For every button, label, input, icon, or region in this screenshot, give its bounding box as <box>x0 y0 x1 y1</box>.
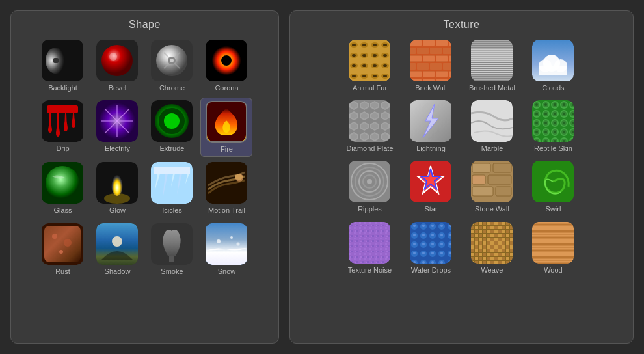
shape-item-electrify[interactable]: Electrify <box>91 98 143 157</box>
svg-point-14 <box>221 55 232 66</box>
svg-rect-59 <box>349 40 390 81</box>
svg-rect-78 <box>539 66 567 75</box>
icicles-icon <box>151 162 193 204</box>
reptileskin-icon <box>532 100 574 142</box>
diamondplate-label: Diamond Plate <box>346 144 393 153</box>
texture-item-weave[interactable]: Weave <box>463 219 521 277</box>
shape-grid: Backlight Bevel Chrome <box>36 37 252 279</box>
rust-icon <box>42 223 83 265</box>
svg-rect-49 <box>169 256 174 262</box>
texturenoise-label: Texture Noise <box>348 266 392 275</box>
motiontrail-icon <box>206 162 247 204</box>
glow-label: Glow <box>109 206 126 215</box>
brushedmetal-icon <box>471 40 513 81</box>
shape-item-rust[interactable]: Rust <box>36 221 88 279</box>
svg-rect-105 <box>472 187 493 196</box>
texture-panel: Texture Animal Fur <box>289 10 634 344</box>
shape-item-icicles[interactable]: Icicles <box>146 159 198 217</box>
ripples-icon <box>349 161 390 202</box>
svg-rect-41 <box>44 226 81 262</box>
texture-item-diamondplate[interactable]: Diamond Plate <box>340 98 399 156</box>
main-container: Shape Backlight Bevel Chr <box>0 0 644 354</box>
texture-item-stonewall[interactable]: Stone Wall <box>463 158 521 216</box>
clouds-label: Clouds <box>542 84 564 92</box>
rust-label: Rust <box>55 267 70 276</box>
texture-item-lightning[interactable]: Lightning <box>401 98 460 156</box>
svg-rect-131 <box>532 222 574 264</box>
brushedmetal-label: Brushed Metal <box>469 84 515 92</box>
texture-item-wood[interactable]: Wood <box>524 219 582 277</box>
shape-item-extrude[interactable]: Extrude <box>146 98 198 157</box>
wood-icon <box>532 222 574 264</box>
shape-item-bevel[interactable]: Bevel <box>91 37 143 95</box>
snow-icon <box>206 223 247 265</box>
shadow-icon <box>96 223 138 265</box>
shape-panel-title: Shape <box>129 19 161 31</box>
shape-item-glass[interactable]: Glass <box>36 159 88 217</box>
shape-item-smoke[interactable]: Smoke <box>146 221 198 279</box>
texture-item-star[interactable]: Star <box>401 158 460 216</box>
brickwall-label: Brick Wall <box>415 84 446 92</box>
svg-rect-104 <box>488 175 511 184</box>
shape-item-motiontrail[interactable]: Motion Trail <box>200 159 252 217</box>
shape-item-snow[interactable]: Snow <box>200 221 252 279</box>
shape-item-glow[interactable]: Glow <box>91 159 143 217</box>
shape-item-backlight[interactable]: Backlight <box>36 37 88 95</box>
stonewall-icon <box>471 161 513 202</box>
extrude-label: Extrude <box>160 144 185 153</box>
svg-point-96 <box>367 179 372 184</box>
chrome-icon <box>151 40 193 81</box>
shape-item-shadow[interactable]: Shadow <box>91 221 143 279</box>
texture-item-marble[interactable]: Marble <box>463 98 521 156</box>
chrome-label: Chrome <box>159 84 185 92</box>
diamondplate-icon <box>349 100 390 142</box>
glass-icon <box>42 162 83 204</box>
fire-label: Fire <box>221 145 233 154</box>
shape-item-corona[interactable]: Corona <box>200 37 252 95</box>
clouds-icon <box>532 40 574 81</box>
smoke-label: Smoke <box>161 267 183 276</box>
swirl-label: Swirl <box>546 205 561 213</box>
texture-item-brushedmetal[interactable]: Brushed Metal <box>463 37 521 95</box>
shape-item-chrome[interactable]: Chrome <box>146 37 198 95</box>
smoke-icon <box>151 223 193 265</box>
swirl-icon <box>532 161 574 202</box>
shape-item-drip[interactable]: Drip <box>36 98 88 157</box>
svg-point-43 <box>64 239 72 247</box>
texture-item-ripples[interactable]: Ripples <box>340 158 399 216</box>
svg-rect-125 <box>471 222 513 264</box>
texture-item-swirl[interactable]: Swirl <box>524 158 582 216</box>
drip-label: Drip <box>56 144 69 153</box>
texture-item-clouds[interactable]: Clouds <box>524 37 582 95</box>
shape-item-fire[interactable]: Fire <box>200 98 252 157</box>
shape-panel: Shape Backlight Bevel Chr <box>10 10 279 344</box>
texture-item-reptileskin[interactable]: Reptile Skin <box>524 98 582 156</box>
svg-rect-106 <box>496 187 511 196</box>
texturenoise-icon <box>349 222 390 264</box>
shadow-label: Shadow <box>105 267 131 276</box>
svg-rect-73 <box>471 40 513 81</box>
star-icon <box>410 161 451 202</box>
waterdrops-icon <box>410 222 451 264</box>
texture-item-brickwall[interactable]: Brick Wall <box>401 37 460 95</box>
svg-rect-101 <box>472 163 490 172</box>
bevel-label: Bevel <box>109 84 127 92</box>
svg-rect-2 <box>53 58 59 63</box>
waterdrops-label: Water Drops <box>411 266 451 275</box>
glass-label: Glass <box>53 206 72 215</box>
svg-rect-113 <box>349 222 390 264</box>
svg-point-28 <box>46 166 79 200</box>
electrify-icon <box>96 100 138 142</box>
texture-item-animalfur[interactable]: Animal Fur <box>340 37 399 95</box>
texture-panel-title: Texture <box>443 19 479 31</box>
glow-icon <box>96 162 138 204</box>
texture-item-texturenoise[interactable]: Texture Noise <box>340 219 399 277</box>
fire-icon <box>206 101 247 143</box>
weave-label: Weave <box>481 266 503 275</box>
svg-rect-64 <box>410 40 451 81</box>
svg-rect-68 <box>410 63 451 71</box>
reptileskin-label: Reptile Skin <box>534 144 572 153</box>
texture-item-waterdrops[interactable]: Water Drops <box>401 219 460 277</box>
marble-label: Marble <box>481 144 503 153</box>
electrify-label: Electrify <box>105 144 130 153</box>
